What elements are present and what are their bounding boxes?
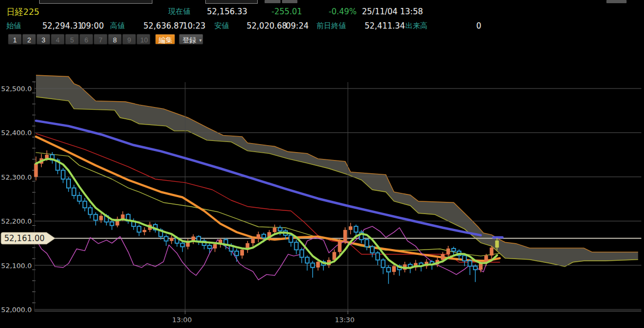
- candle-body-down: [295, 242, 298, 250]
- candle-body-up: [392, 266, 396, 272]
- candle-body-down: [365, 240, 369, 246]
- candle-body-down: [376, 253, 379, 260]
- chart-tab-4[interactable]: 4: [51, 34, 65, 45]
- candle-body-down: [278, 228, 282, 231]
- quote-header-row1: 日経225 現在値 52,156.33 -255.01 -0.49% 25/11…: [0, 7, 644, 17]
- candle-body-up: [240, 250, 244, 255]
- candle-body-up: [121, 215, 125, 219]
- candle-body-up: [316, 262, 320, 268]
- dropdown-arrow-icon: ▼: [198, 38, 203, 43]
- y-axis-label: 52,500.0: [1, 85, 32, 93]
- open-value: 52,294.31: [42, 21, 83, 31]
- price-change-percent: -0.49%: [329, 7, 357, 16]
- candle-body-up: [441, 254, 445, 260]
- candle-body-down: [370, 247, 374, 253]
- clipped-input-fragment-2[interactable]: [205, 0, 258, 4]
- x-axis-label: 13:00: [172, 316, 192, 324]
- candle-body-current: [495, 241, 499, 247]
- current-price-value: 52,156.33: [207, 7, 247, 16]
- candle-body-down: [197, 236, 201, 241]
- clipped-button-fragment-2[interactable]: [282, 0, 297, 3]
- candle-body-up: [170, 238, 174, 241]
- candle-body-up: [143, 230, 147, 232]
- volume-value: 0: [476, 21, 482, 31]
- candle-body-up: [479, 263, 483, 270]
- low-label: 安値: [214, 21, 229, 31]
- candle-body-up: [490, 247, 494, 255]
- quote-time: 13:58: [400, 7, 423, 16]
- high-label: 高値: [110, 21, 125, 31]
- candle-body-down: [78, 196, 81, 201]
- candle-body-down: [311, 263, 314, 267]
- chart-tab-8[interactable]: 8: [108, 34, 122, 45]
- chart-tab-6[interactable]: 6: [79, 34, 93, 45]
- clipped-button-fragment[interactable]: [265, 0, 280, 3]
- candle-body-down: [462, 255, 466, 261]
- chart-tab-10[interactable]: 10: [137, 34, 150, 45]
- candle-body-down: [208, 245, 212, 249]
- y-axis-label: 52,100.0: [1, 262, 32, 270]
- candle-body-down: [180, 243, 184, 247]
- candle-body-up: [45, 155, 49, 158]
- low-time: 09:24: [286, 21, 309, 31]
- candle-body-up: [343, 230, 347, 241]
- y-axis-label: 52,200.0: [1, 217, 32, 225]
- candle-body-down: [83, 201, 87, 208]
- high-value: 52,636.87: [143, 21, 184, 31]
- candle-body-down: [289, 235, 293, 242]
- high-time: 10:23: [183, 21, 205, 31]
- candle-body-down: [452, 249, 456, 251]
- candle-body-down: [110, 222, 114, 226]
- quote-date: 25/11/04: [362, 7, 397, 16]
- prev-close-value: 52,411.34: [365, 21, 405, 31]
- candle-body-down: [387, 268, 391, 272]
- candle-body-down: [67, 179, 70, 188]
- candle-body-down: [61, 170, 65, 179]
- prev-close-label: 前日終値: [316, 21, 346, 31]
- chart-tab-bar: 12345678910 編集 登録 ▼: [0, 34, 644, 46]
- x-axis-label: 13:30: [335, 316, 355, 324]
- clipped-input-fragment[interactable]: [39, 0, 152, 4]
- y-axis-label: 52,300.0: [1, 173, 32, 181]
- open-label: 始値: [6, 21, 21, 31]
- chart-tab-2[interactable]: 2: [22, 34, 36, 45]
- candle-body-down: [468, 261, 472, 266]
- candle-body-down: [235, 251, 239, 255]
- candle-body-up: [213, 244, 217, 249]
- candle-body-down: [354, 226, 358, 232]
- symbol-name: 日経225: [6, 7, 40, 18]
- candle-body-down: [300, 250, 304, 257]
- chart-tab-5[interactable]: 5: [65, 34, 79, 45]
- candle-body-down: [165, 236, 168, 241]
- low-value: 52,020.68: [247, 21, 287, 31]
- chart-tab-3[interactable]: 3: [37, 34, 50, 45]
- candle-body-up: [34, 164, 38, 177]
- register-button[interactable]: 登録 ▼: [179, 34, 203, 45]
- edit-button[interactable]: 編集: [155, 34, 175, 45]
- candle-body-up: [273, 228, 277, 232]
- candle-body-down: [72, 188, 76, 196]
- price-chart[interactable]: 52,500.052,400.052,300.052,200.052,100.0…: [0, 50, 644, 328]
- candle-body-down: [382, 260, 385, 268]
- current-price-tag-text: 52,161.00: [4, 234, 44, 243]
- clipped-button-fragment-3[interactable]: [606, 0, 627, 3]
- candle-body-up: [251, 239, 255, 243]
- volume-label: 出来高: [405, 21, 428, 31]
- candle-body-up: [257, 234, 260, 238]
- candle-body-up: [99, 216, 103, 220]
- chart-tab-7[interactable]: 7: [94, 34, 107, 45]
- candle-body-down: [137, 226, 141, 232]
- open-time: 09:00: [81, 21, 104, 31]
- chart-area[interactable]: 52,500.052,400.052,300.052,200.052,100.0…: [0, 50, 644, 328]
- chart-tab-9[interactable]: 9: [122, 34, 136, 45]
- candle-body-down: [474, 266, 477, 270]
- ma-mid-orange: [36, 137, 500, 261]
- candle-body-down: [305, 258, 309, 263]
- candle-body-down: [94, 215, 97, 220]
- y-axis-label: 52,000.0: [1, 306, 32, 314]
- current-price-label: 現在値: [168, 7, 191, 16]
- candle-body-up: [349, 226, 352, 230]
- quote-header-row2: 始値 52,294.31 09:00 高値 52,636.87 10:23 安値…: [0, 21, 644, 32]
- chart-tab-1[interactable]: 1: [8, 34, 22, 45]
- y-axis-label: 52,400.0: [1, 129, 32, 137]
